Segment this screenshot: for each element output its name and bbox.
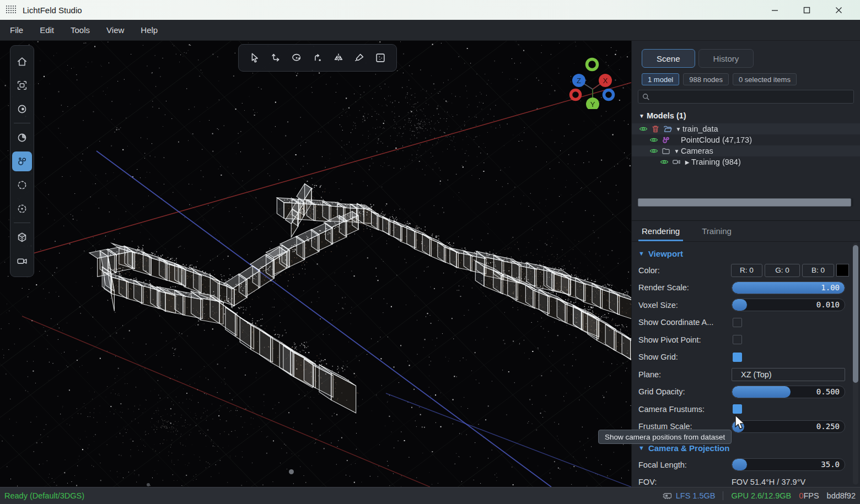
tree-horizontal-scrollbar[interactable]: [638, 198, 853, 207]
slider[interactable]: 1.00: [732, 281, 845, 294]
toggle-visibility-icon[interactable]: [12, 99, 32, 119]
frame-focus-icon[interactable]: [12, 75, 32, 95]
color-g-field[interactable]: G: 0: [765, 264, 800, 277]
tree-header-label: Models (1): [647, 111, 686, 120]
slider[interactable]: 35.0: [732, 458, 845, 471]
eye-icon[interactable]: [639, 124, 648, 133]
badge: 1 model: [642, 73, 679, 85]
slider[interactable]: 0.250: [732, 420, 845, 433]
mirror-tool-icon[interactable]: [328, 47, 349, 69]
pointcloud-icon[interactable]: [662, 136, 670, 144]
tree-header[interactable]: ▼Models (1): [632, 110, 860, 123]
tree-row-cameras[interactable]: ▼Cameras: [632, 145, 860, 156]
tree-row-label: ▼train_data: [675, 124, 718, 133]
badge: 0 selected items: [733, 73, 797, 85]
window-title: LichtFeld Studio: [23, 6, 82, 15]
model-tree: ▼Models (1) ▼train_dataPointCloud (47,17…: [632, 110, 860, 167]
mouse-cursor: [733, 414, 746, 433]
path-tool-icon[interactable]: [307, 47, 328, 69]
folder-open-icon[interactable]: [663, 124, 672, 133]
eye-icon[interactable]: [649, 147, 658, 155]
videocam-icon[interactable]: [672, 158, 681, 166]
move-tool-icon[interactable]: [265, 47, 286, 69]
scene-search[interactable]: [638, 90, 854, 104]
color-swatch[interactable]: [836, 264, 849, 277]
time-pie-icon[interactable]: [12, 128, 32, 148]
property-row: Grid Opacity:0.500: [638, 383, 849, 401]
search-icon: [642, 93, 650, 101]
property-row: FOV:FOV 51.4°H / 37.9°V: [638, 474, 849, 487]
viewport-dot: [147, 483, 150, 486]
slider[interactable]: 0.500: [732, 386, 845, 398]
svg-text:X: X: [603, 77, 608, 85]
viewport-tool-toolbar: [238, 44, 397, 72]
title-bar: LichtFeld Studio: [0, 0, 860, 20]
folder-icon[interactable]: [662, 147, 670, 155]
marquee-tool-icon[interactable]: [370, 47, 391, 69]
selection-radius-icon[interactable]: [12, 199, 32, 219]
maximize-button[interactable]: [791, 0, 823, 20]
property-row: Show Coordinate A...: [638, 314, 849, 332]
orientation-gizmo[interactable]: Z X Y: [567, 48, 622, 109]
minimize-button[interactable]: [759, 0, 791, 20]
tab-rendering[interactable]: Rendering: [642, 221, 680, 241]
checkbox[interactable]: [733, 335, 742, 344]
menu-file[interactable]: File: [10, 25, 23, 35]
color-b-field[interactable]: B: 0: [802, 264, 834, 277]
tree-row-pointcloud[interactable]: PointCloud (47,173): [632, 134, 860, 145]
point-cloud-icon[interactable]: [12, 151, 32, 171]
checkbox[interactable]: [733, 404, 742, 414]
selection-circle-icon[interactable]: [12, 175, 32, 195]
properties-panel: RenderingTraining ▼ViewportColor:R: 0 G:…: [631, 220, 860, 487]
brush-tool-icon[interactable]: [349, 47, 370, 69]
menu-edit[interactable]: Edit: [40, 25, 54, 35]
eye-icon[interactable]: [660, 158, 669, 166]
viewport-3d[interactable]: Z X Y: [0, 41, 631, 487]
menu-tools[interactable]: Tools: [71, 25, 90, 35]
fps-counter: 0FPS: [799, 491, 819, 500]
tab-history[interactable]: History: [698, 49, 754, 68]
tab-training[interactable]: Training: [702, 221, 732, 241]
tree-row-train_data[interactable]: ▼train_data: [632, 123, 860, 134]
tree-row-label: ▼Cameras: [674, 147, 713, 155]
tree-row-training[interactable]: ▶Training (984): [632, 156, 860, 167]
tree-row-label: PointCloud (47,173): [674, 136, 752, 144]
section-header[interactable]: ▼Viewport: [638, 245, 849, 262]
rotate-tool-icon[interactable]: [286, 47, 307, 69]
slider[interactable]: 0.010: [732, 299, 845, 311]
plane-dropdown[interactable]: XZ (Top): [732, 368, 845, 381]
property-row: Color:R: 0 G: 0 B: 0: [638, 262, 849, 279]
gpu-memory: GPU 2.6/12.9GB: [731, 491, 791, 500]
svg-text:Y: Y: [590, 100, 595, 109]
select-pointer-icon[interactable]: [244, 47, 265, 69]
tab-scene[interactable]: Scene: [642, 49, 695, 68]
viewport-side-toolbar: [10, 45, 34, 277]
bounding-box-icon[interactable]: [12, 227, 32, 247]
svg-text:Z: Z: [577, 77, 581, 85]
properties-scrollbar[interactable]: [853, 243, 858, 485]
gpu-chip-icon: [663, 492, 673, 500]
gizmo-neg-z[interactable]: [604, 90, 614, 100]
gizmo-neg-x[interactable]: [571, 90, 580, 100]
app-logo-icon: [6, 5, 18, 15]
status-separator: [723, 491, 723, 500]
gizmo-neg-y[interactable]: [587, 59, 598, 70]
build-hash: bdd8f92: [827, 491, 856, 500]
checkbox[interactable]: [733, 318, 742, 327]
point-cloud-render[interactable]: [0, 41, 631, 487]
trash-icon[interactable]: [651, 124, 660, 133]
color-r-field[interactable]: R: 0: [731, 264, 762, 277]
checkbox[interactable]: [733, 353, 742, 362]
menu-help[interactable]: Help: [141, 25, 158, 35]
property-row: Voxel Size:0.010: [638, 296, 849, 314]
tree-row-label: ▶Training (984): [684, 158, 741, 166]
home-icon[interactable]: [12, 52, 32, 72]
property-row: Show Grid:: [638, 349, 849, 366]
lfs-memory: LFS 1.5GB: [663, 491, 716, 500]
menu-view[interactable]: View: [106, 25, 124, 35]
camera-view-icon[interactable]: [12, 251, 32, 271]
eye-icon[interactable]: [649, 136, 658, 144]
close-button[interactable]: [823, 0, 854, 20]
tree-header-caret: ▼: [639, 113, 644, 119]
fov-value: FOV 51.4°H / 37.9°V: [732, 478, 805, 486]
